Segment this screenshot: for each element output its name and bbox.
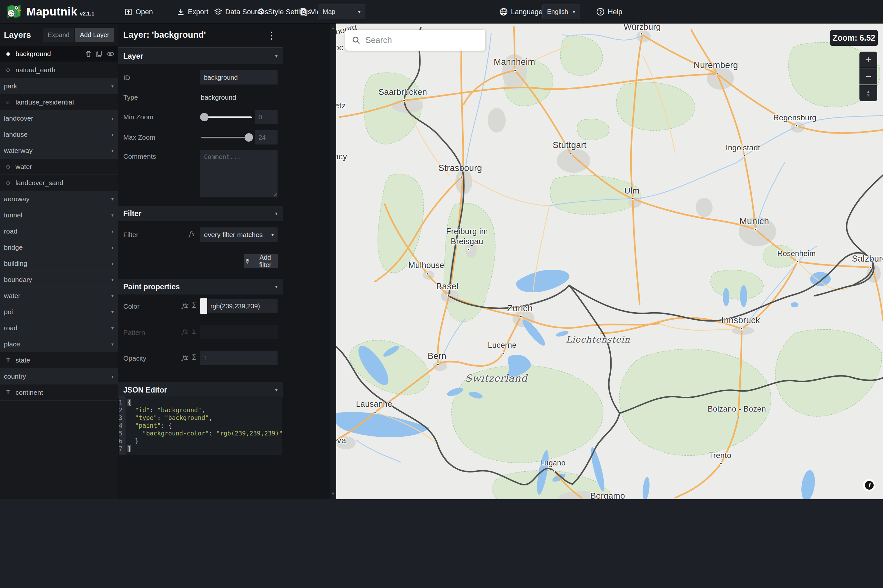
chevron-down-icon[interactable]: ▾ <box>111 148 114 153</box>
sidebar-layer-place[interactable]: place▾ <box>0 336 118 352</box>
sidebar-layer-building[interactable]: building▾ <box>0 255 118 272</box>
export-button[interactable]: Export <box>177 0 209 24</box>
id-input[interactable] <box>200 70 278 84</box>
sidebar-layer-aeroway[interactable]: aeroway▾ <box>0 191 118 207</box>
add-filter-button[interactable]: Add filter <box>244 254 278 268</box>
fx-icon[interactable]: ƒx <box>182 328 188 336</box>
filter-combinator-select[interactable]: every filter matches ▾ <box>200 227 278 242</box>
comments-textarea[interactable] <box>200 150 278 197</box>
zoom-out-button[interactable]: − <box>859 68 877 84</box>
globe-icon <box>499 8 508 16</box>
sigma-icon[interactable]: Σ <box>192 301 196 309</box>
scroll-up-icon[interactable]: ▲ <box>330 26 336 30</box>
sidebar-layer-water[interactable]: water▾ <box>0 288 118 304</box>
chevron-down-icon[interactable]: ▾ <box>111 229 114 234</box>
language-menu[interactable]: Language <box>499 0 542 24</box>
trash-icon[interactable] <box>85 50 92 57</box>
section-filter[interactable]: Filter ▾ <box>118 206 283 221</box>
chevron-down-icon[interactable]: ▾ <box>111 342 114 347</box>
search-input[interactable] <box>365 35 469 45</box>
chevron-down-icon[interactable]: ▾ <box>111 116 114 121</box>
chevron-down-icon[interactable]: ▾ <box>111 213 114 218</box>
expand-button[interactable]: Expand <box>43 28 74 42</box>
color-input[interactable] <box>207 299 278 313</box>
sidebar-layer-poi[interactable]: poi▾ <box>0 304 118 320</box>
sigma-icon[interactable]: Σ <box>192 327 196 336</box>
city-dot <box>403 99 405 102</box>
chevron-down-icon[interactable]: ▾ <box>111 196 114 202</box>
compass-button[interactable]: ▲▼ <box>859 85 877 101</box>
fx-icon[interactable]: ƒx <box>182 354 188 361</box>
sidebar-layer-road[interactable]: road▾ <box>0 223 118 239</box>
info-icon: i <box>865 481 874 490</box>
scroll-down-icon[interactable]: ▼ <box>330 491 336 496</box>
pattern-input[interactable] <box>200 325 278 339</box>
chevron-down-icon[interactable]: ▾ <box>111 84 114 89</box>
city-label-bern: Bern <box>428 351 446 362</box>
sidebar-layer-landuse[interactable]: landuse▾ <box>0 126 118 142</box>
view-select[interactable]: Map ▾ <box>318 4 365 19</box>
slider-thumb[interactable] <box>245 133 253 142</box>
city-label-mannheim: Mannheim <box>494 57 535 68</box>
sidebar-layer-boundary[interactable]: boundary▾ <box>0 272 118 288</box>
opacity-input[interactable] <box>200 351 278 365</box>
slider-thumb[interactable] <box>200 113 209 121</box>
id-label: ID <box>123 74 130 82</box>
sidebar-layer-water[interactable]: ◇water <box>0 159 118 175</box>
fx-icon[interactable]: ƒx <box>188 230 195 238</box>
section-paint-properties[interactable]: Paint properties ▾ <box>118 279 283 294</box>
attribution-info-button[interactable]: i <box>863 479 875 491</box>
chevron-down-icon[interactable]: ▾ <box>111 374 114 379</box>
city-label-zurich: Zurich <box>507 303 533 314</box>
fx-icon[interactable]: ƒx <box>182 302 188 309</box>
duplicate-icon[interactable] <box>96 50 102 57</box>
add-layer-button[interactable]: Add Layer <box>75 28 114 42</box>
json-editor[interactable]: 1234567 { "id": "background", "type": "b… <box>119 396 282 455</box>
view-select-value: Map <box>323 8 335 15</box>
export-icon <box>177 8 185 16</box>
min-zoom-input[interactable] <box>255 110 278 124</box>
sidebar-layer-bridge[interactable]: bridge▾ <box>0 239 118 255</box>
language-select[interactable]: English ▾ <box>542 4 580 19</box>
max-zoom-label: Max Zoom <box>123 134 155 141</box>
sidebar-layer-country[interactable]: country▾ <box>0 368 118 384</box>
chevron-down-icon[interactable]: ▾ <box>111 309 114 315</box>
color-swatch[interactable] <box>200 298 207 314</box>
layer-name: park <box>4 82 17 90</box>
sidebar-layer-landcover_sand[interactable]: ◇landcover_sand <box>0 175 118 191</box>
app-background <box>0 499 883 588</box>
kebab-menu-icon[interactable]: ⋮ <box>267 29 276 42</box>
section-json-editor[interactable]: JSON Editor ▾ <box>118 382 283 398</box>
sidebar-layer-tunnel[interactable]: tunnel▾ <box>0 207 118 223</box>
sidebar-layer-road[interactable]: road▾ <box>0 320 118 336</box>
help-button[interactable]: ? Help <box>596 0 622 24</box>
map-search-control[interactable] <box>345 30 485 51</box>
editor-scrollbar[interactable]: ▲ ▼ <box>330 24 336 499</box>
sidebar-layer-landuse_residential[interactable]: ◇landuse_residential <box>0 94 118 110</box>
layer-name: boundary <box>4 276 32 284</box>
min-zoom-slider[interactable] <box>201 117 252 118</box>
chevron-down-icon[interactable]: ▾ <box>111 326 114 331</box>
layer-name: road <box>4 324 17 332</box>
map-canvas[interactable]: WürzburgMannheimNurembergSaarbrückenRege… <box>336 24 883 499</box>
sidebar-layer-background[interactable]: ◆background <box>0 46 118 62</box>
max-zoom-slider[interactable] <box>201 137 252 138</box>
sigma-icon[interactable]: Σ <box>192 353 196 361</box>
open-button[interactable]: Open <box>124 0 153 24</box>
sidebar-layer-park[interactable]: park▾ <box>0 78 118 94</box>
chevron-down-icon[interactable]: ▾ <box>111 293 114 298</box>
sidebar-layer-continent[interactable]: Tcontinent <box>0 384 118 400</box>
section-layer[interactable]: Layer ▾ <box>118 48 283 64</box>
chevron-down-icon[interactable]: ▾ <box>111 132 114 137</box>
chevron-down-icon[interactable]: ▾ <box>111 261 114 266</box>
chevron-down-icon[interactable]: ▾ <box>111 245 114 250</box>
sidebar-layer-state[interactable]: Tstate <box>0 352 118 368</box>
chevron-down-icon[interactable]: ▾ <box>111 277 114 282</box>
sidebar-layer-waterway[interactable]: waterway▾ <box>0 142 118 159</box>
sidebar-layer-landcover[interactable]: landcover▾ <box>0 110 118 126</box>
sidebar-layer-natural_earth[interactable]: ◇natural_earth <box>0 62 118 78</box>
zoom-in-button[interactable]: + <box>859 52 877 68</box>
visibility-icon[interactable] <box>107 51 114 57</box>
max-zoom-input[interactable] <box>255 130 278 144</box>
json-code[interactable]: { "id": "background", "type": "backgroun… <box>126 396 282 455</box>
